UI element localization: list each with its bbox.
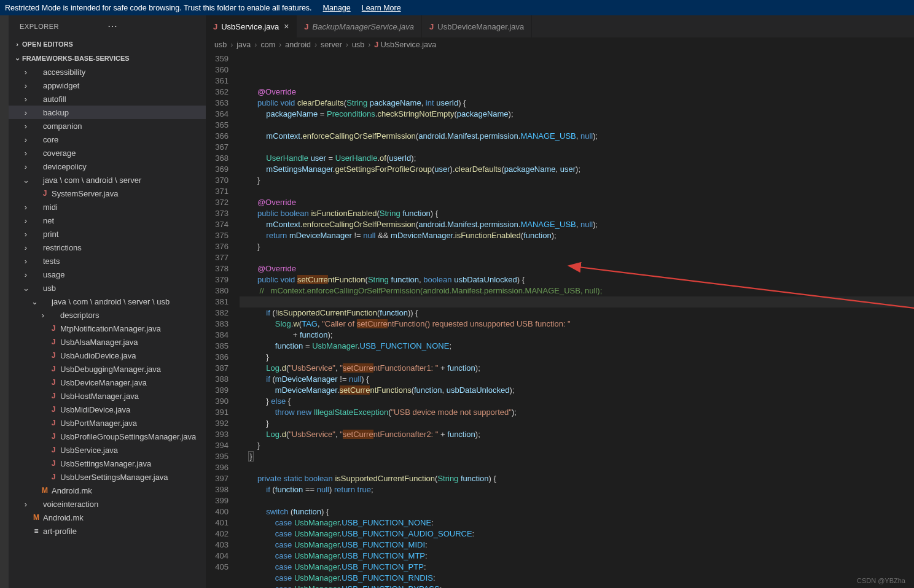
code-line[interactable]: if (!isSupportedCurrentFunction(function… — [240, 308, 914, 319]
close-icon[interactable]: × — [284, 21, 289, 31]
code-line[interactable]: } — [240, 451, 914, 462]
manage-link[interactable]: Manage — [323, 4, 351, 12]
code-line[interactable]: case UsbManager.USB_FUNCTION_MIDI: — [240, 540, 914, 551]
code-line[interactable]: + function); — [240, 330, 914, 341]
code-editor[interactable]: 3593603613623633643653663673683693703713… — [206, 52, 914, 588]
folder-item[interactable]: ›backup — [9, 106, 206, 119]
code-line[interactable]: // mContext.enforceCallingOrSelfPermissi… — [240, 285, 914, 296]
code-line[interactable] — [240, 120, 914, 131]
file-item[interactable]: JUsbAudioDevice.java — [9, 349, 206, 362]
code-line[interactable]: function = UsbManager.USB_FUNCTION_NONE; — [240, 341, 914, 352]
folder-item[interactable]: ›coverage — [9, 146, 206, 160]
code-line[interactable]: } — [240, 440, 914, 451]
code-line[interactable]: return mDeviceManager != null && mDevice… — [240, 230, 914, 241]
file-item[interactable]: JUsbMidiDevice.java — [9, 403, 206, 416]
folder-item[interactable]: ›print — [9, 227, 206, 241]
code-line[interactable]: case UsbManager.USB_FUNCTION_AUDIO_SOURC… — [240, 528, 914, 540]
code-line[interactable]: public void clearDefaults(String package… — [240, 98, 914, 109]
code-line[interactable]: if (mDeviceManager != null) { — [240, 374, 914, 385]
file-item[interactable]: MAndroid.mk — [9, 511, 206, 524]
folder-item[interactable]: ›descriptors — [9, 308, 206, 322]
code-line[interactable]: @Override — [240, 263, 914, 274]
file-item[interactable]: MAndroid.mk — [9, 484, 206, 497]
breadcrumb-item[interactable]: android — [285, 41, 311, 49]
folder-item[interactable]: ⌄usb — [9, 281, 206, 295]
code-line[interactable]: Log.d("UsbService", "setCurrentFunctiona… — [240, 363, 914, 374]
code-line[interactable] — [240, 495, 914, 506]
code-line[interactable]: Log.d("UsbService", "setCurrentFunctiona… — [240, 429, 914, 440]
folder-item[interactable]: ›accessibility — [9, 65, 206, 79]
code-line[interactable]: mContext.enforceCallingOrSelfPermission(… — [240, 219, 914, 230]
breadcrumb[interactable]: usb›java›com›android›server›usb›J UsbSer… — [206, 37, 914, 52]
folder-item[interactable]: ⌄java \ com \ android \ server — [9, 173, 206, 187]
code-line[interactable]: } — [240, 241, 914, 252]
folder-item[interactable]: ›voiceinteraction — [9, 497, 206, 511]
folder-item[interactable]: ›net — [9, 214, 206, 227]
folder-item[interactable]: ›autofill — [9, 92, 206, 106]
code-line[interactable]: throw new IllegalStateException("USB dev… — [240, 407, 914, 418]
code-line[interactable]: case UsbManager.USB_FUNCTION_PTP: — [240, 562, 914, 573]
file-item[interactable]: JUsbDeviceManager.java — [9, 376, 206, 389]
open-editors-section[interactable]: › OPEN EDITORS — [9, 37, 206, 51]
code-line[interactable]: if (function == null) return true; — [240, 484, 914, 495]
file-item[interactable]: JUsbHostManager.java — [9, 389, 206, 403]
code-line[interactable]: private static boolean isSupportedCurren… — [240, 473, 914, 484]
code-line[interactable]: case UsbManager.USB_FUNCTION_MTP: — [240, 551, 914, 562]
code-line[interactable]: mSettingsManager.getSettingsForProfileGr… — [240, 164, 914, 175]
code-line[interactable]: packageName = Preconditions.checkStringN… — [240, 109, 914, 120]
editor-tab[interactable]: JUsbService.java× — [206, 15, 297, 37]
code-line[interactable] — [240, 296, 914, 308]
code-line[interactable]: mDeviceManager.setCurrentFunctions(funct… — [240, 385, 914, 396]
file-item[interactable]: JUsbSettingsManager.java — [9, 457, 206, 470]
code-line[interactable]: @Override — [240, 197, 914, 208]
file-item[interactable]: JUsbService.java — [9, 443, 206, 457]
file-item[interactable]: JUsbAlsaManager.java — [9, 335, 206, 349]
editor-tab[interactable]: JBackupManagerService.java — [297, 15, 422, 37]
code-line[interactable]: public boolean isFunctionEnabled(String … — [240, 208, 914, 219]
breadcrumb-item[interactable]: usb — [352, 41, 364, 49]
folder-item[interactable]: ›devicepolicy — [9, 160, 206, 173]
code-line[interactable]: case UsbManager.USB_FUNCTION_BYPASS: — [240, 584, 914, 588]
code-line[interactable] — [240, 252, 914, 263]
file-item[interactable]: JMtpNotificationManager.java — [9, 322, 206, 335]
code-line[interactable]: mContext.enforceCallingOrSelfPermission(… — [240, 131, 914, 142]
code-content[interactable]: @Override public void clearDefaults(Stri… — [240, 52, 914, 588]
code-line[interactable]: } — [240, 352, 914, 363]
breadcrumb-item[interactable]: com — [260, 41, 275, 49]
file-item[interactable]: JUsbUserSettingsManager.java — [9, 470, 206, 484]
folder-item[interactable]: ›appwidget — [9, 79, 206, 92]
folder-item[interactable]: ›restrictions — [9, 241, 206, 254]
breadcrumb-item[interactable]: usb — [214, 41, 227, 49]
code-line[interactable]: switch (function) { — [240, 506, 914, 517]
code-line[interactable]: Slog.w(TAG, "Caller of setCurrentFunctio… — [240, 319, 914, 330]
file-item[interactable]: JSystemServer.java — [9, 187, 206, 200]
code-line[interactable]: UserHandle user = UserHandle.of(userId); — [240, 153, 914, 164]
editor-tab[interactable]: JUsbDeviceManager.java — [422, 15, 532, 37]
folder-item[interactable]: ›core — [9, 133, 206, 146]
file-item[interactable]: JUsbDebuggingManager.java — [9, 362, 206, 376]
breadcrumb-item[interactable]: server — [321, 41, 342, 49]
folder-item[interactable]: ›midi — [9, 200, 206, 214]
code-line[interactable]: @Override — [240, 87, 914, 98]
file-tree[interactable]: ›accessibility›appwidget›autofill›backup… — [9, 65, 206, 588]
code-line[interactable]: } else { — [240, 396, 914, 407]
code-line[interactable]: public void setCurrentFunction(String fu… — [240, 274, 914, 285]
activity-bar[interactable] — [0, 15, 9, 588]
code-line[interactable]: } — [240, 418, 914, 429]
code-line[interactable]: } — [240, 175, 914, 186]
file-item[interactable]: ≡art-profile — [9, 524, 206, 538]
project-section[interactable]: ⌄ FRAMEWORKS-BASE-SERVICES — [9, 51, 206, 65]
file-item[interactable]: JUsbPortManager.java — [9, 416, 206, 430]
code-line[interactable]: case UsbManager.USB_FUNCTION_RNDIS: — [240, 573, 914, 584]
learn-more-link[interactable]: Learn More — [362, 4, 401, 12]
file-item[interactable]: JUsbProfileGroupSettingsManager.java — [9, 430, 206, 443]
folder-item[interactable]: ›usage — [9, 268, 206, 281]
more-icon[interactable]: ⋯ — [107, 21, 195, 31]
folder-item[interactable]: ⌄java \ com \ android \ server \ usb — [9, 295, 206, 308]
folder-item[interactable]: ›tests — [9, 254, 206, 268]
breadcrumb-item[interactable]: J UsbService.java — [374, 41, 436, 49]
folder-item[interactable]: ›companion — [9, 119, 206, 133]
code-line[interactable] — [240, 142, 914, 153]
code-line[interactable]: case UsbManager.USB_FUNCTION_NONE: — [240, 517, 914, 528]
breadcrumb-item[interactable]: java — [236, 41, 251, 49]
